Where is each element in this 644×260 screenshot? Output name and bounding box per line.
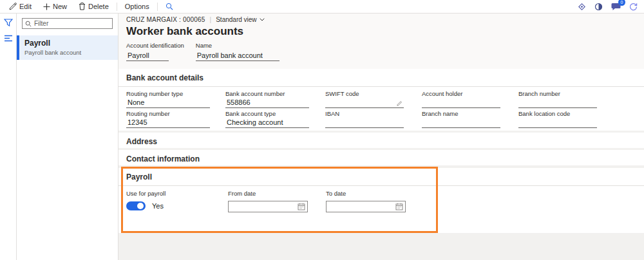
routing-number-type-value[interactable]: None xyxy=(126,98,210,108)
section-payroll: Payroll Use for payroll Yes From date xyxy=(118,168,644,233)
bank-location-code-value[interactable] xyxy=(518,118,597,128)
use-for-payroll-field: Use for payroll Yes xyxy=(126,190,228,212)
delete-label: Delete xyxy=(88,3,109,10)
side-icon-strip xyxy=(0,14,17,260)
edit-label: Edit xyxy=(19,3,32,10)
trash-icon xyxy=(79,3,86,10)
field-label: Routing number xyxy=(126,110,225,117)
chevron-down-icon xyxy=(260,18,265,21)
options-label: Options xyxy=(125,3,149,10)
iban-field: IBAN xyxy=(325,110,422,128)
payroll-section-header[interactable]: Payroll xyxy=(118,168,644,185)
field-label: Bank account number xyxy=(225,90,325,97)
swift-code-value[interactable] xyxy=(325,98,404,108)
header-separator: | xyxy=(210,16,212,23)
address-section-header[interactable]: Address xyxy=(118,133,644,150)
worker-bank-accounts-page: Edit New Delete Options xyxy=(0,0,644,260)
filter-input[interactable] xyxy=(34,20,109,27)
branch-name-field: Branch name xyxy=(422,110,518,128)
field-label: Routing number type xyxy=(126,90,225,97)
field-label: Bank location code xyxy=(518,110,644,117)
list-item-payroll[interactable]: Payroll Payroll bank account xyxy=(17,35,118,60)
branch-name-value[interactable] xyxy=(422,118,500,128)
page-title: Worker bank accounts xyxy=(126,25,644,38)
new-button[interactable]: New xyxy=(38,1,72,12)
from-date-field: From date xyxy=(228,190,326,212)
bank-location-code-field: Bank location code xyxy=(518,110,644,128)
account-identification-field: Account identification Payroll xyxy=(126,42,184,61)
from-date-input[interactable] xyxy=(229,203,298,210)
view-selector-label: Standard view xyxy=(216,16,256,23)
refresh-icon[interactable] xyxy=(629,3,638,11)
account-holder-field: Account holder xyxy=(422,90,518,108)
record-list-panel: Payroll Payroll bank account xyxy=(17,14,118,260)
bank-account-type-field: Bank account type Checking account xyxy=(225,110,325,128)
routing-number-field: Routing number 12345 xyxy=(126,110,225,128)
plus-icon xyxy=(43,3,50,10)
account-holder-value[interactable] xyxy=(422,98,500,108)
account-identification-value[interactable]: Payroll xyxy=(126,51,169,61)
command-bar: Edit New Delete Options xyxy=(0,0,644,14)
use-for-payroll-toggle[interactable] xyxy=(126,201,146,210)
to-date-input[interactable] xyxy=(327,203,395,210)
toggle-state-label: Yes xyxy=(152,202,164,210)
notification-badge: 0 xyxy=(618,0,625,6)
routing-number-type-field: Routing number type None xyxy=(126,90,225,108)
name-value[interactable]: Payroll bank account xyxy=(196,51,279,61)
page-header: CRUZ MARGAIX : 000065 | Standard view Wo… xyxy=(118,14,644,69)
bank-account-type-value[interactable]: Checking account xyxy=(225,118,309,128)
field-label: Account holder xyxy=(422,90,518,97)
bank-details-section-header[interactable]: Bank account details xyxy=(118,69,644,86)
contrast-circle-icon[interactable] xyxy=(594,3,603,11)
search-icon xyxy=(166,3,173,10)
section-address: Address xyxy=(118,133,644,148)
contact-section-header[interactable]: Contact information xyxy=(118,150,644,167)
field-label: IBAN xyxy=(325,110,422,117)
field-label: To date xyxy=(326,190,429,197)
field-label: SWIFT code xyxy=(325,90,422,97)
new-label: New xyxy=(53,3,67,10)
options-button[interactable]: Options xyxy=(120,1,155,12)
edit-button[interactable]: Edit xyxy=(4,1,37,12)
bank-account-number-field: Bank account number 558866 xyxy=(225,90,325,108)
diamond-icon[interactable] xyxy=(578,3,586,11)
calendar-icon[interactable] xyxy=(395,203,403,210)
main-content: CRUZ MARGAIX : 000065 | Standard view Wo… xyxy=(118,14,644,260)
field-label: Branch name xyxy=(422,110,518,117)
toggle-knob xyxy=(137,203,144,209)
delete-button[interactable]: Delete xyxy=(73,1,114,12)
calendar-icon[interactable] xyxy=(298,203,305,210)
edit-pencil-small-icon xyxy=(397,100,402,106)
field-label: Use for payroll xyxy=(126,190,228,197)
branch-number-field: Branch number xyxy=(518,90,644,108)
field-label: From date xyxy=(228,190,326,197)
toolbar-separator xyxy=(157,3,158,11)
list-item-subtitle: Payroll bank account xyxy=(24,49,113,56)
routing-number-value[interactable]: 12345 xyxy=(126,118,210,128)
record-identifier: CRUZ MARGAIX : 000065 xyxy=(126,16,205,23)
view-selector[interactable]: Standard view xyxy=(216,16,264,23)
section-contact-information: Contact information xyxy=(118,150,644,165)
field-label: Branch number xyxy=(518,90,644,97)
filter-search-icon xyxy=(25,21,32,27)
filter-box xyxy=(22,18,113,29)
swift-code-field: SWIFT code xyxy=(325,90,422,108)
field-label: Name xyxy=(196,42,279,49)
to-date-field: To date xyxy=(326,190,429,212)
bank-account-number-value[interactable]: 558866 xyxy=(225,98,309,108)
section-bank-account-details: Bank account details Routing number type… xyxy=(118,69,644,131)
field-label: Bank account type xyxy=(225,110,325,117)
filter-funnel-icon[interactable] xyxy=(4,19,13,27)
search-button[interactable] xyxy=(160,1,178,12)
list-item-title: Payroll xyxy=(24,39,113,48)
messages-bubble-icon[interactable]: 0 xyxy=(611,2,621,11)
iban-value[interactable] xyxy=(325,118,404,128)
to-date-input-box xyxy=(326,201,406,212)
list-hamburger-icon[interactable] xyxy=(4,35,13,42)
from-date-input-box xyxy=(228,201,308,212)
branch-number-value[interactable] xyxy=(518,98,597,108)
field-label: Account identification xyxy=(126,42,184,49)
workspace-background xyxy=(118,233,644,260)
name-field: Name Payroll bank account xyxy=(196,42,279,61)
edit-pencil-icon xyxy=(9,3,17,10)
